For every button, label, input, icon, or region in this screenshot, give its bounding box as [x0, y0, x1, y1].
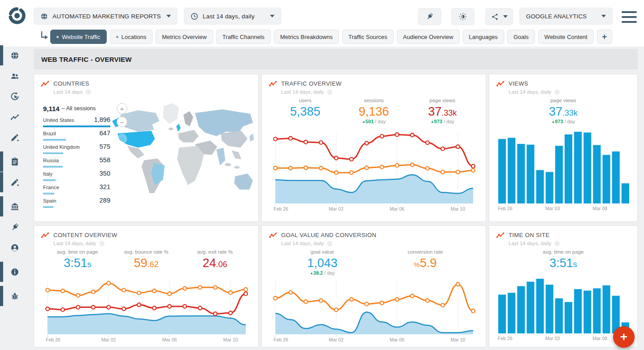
metric-avg-bounce-rate-: avg. bounce rate %59.62: [112, 249, 180, 269]
tab-languages[interactable]: Languages: [463, 30, 504, 44]
chevron-down-icon: [166, 15, 171, 17]
tab-dot-icon: [57, 36, 59, 38]
metric-value: 9,136: [339, 105, 408, 118]
country-value: 1,896: [94, 116, 110, 123]
country-name: France: [43, 185, 59, 190]
report-selector-label: AUTOMATED MARKETING REPORTS: [52, 13, 161, 20]
period-selector[interactable]: Last 14 days, daily: [184, 8, 281, 25]
sidebar-item-sessions[interactable]: [10, 92, 19, 101]
tab-metrics-overview[interactable]: Metrics Overview: [156, 30, 213, 44]
sparkline-icon: [41, 81, 49, 87]
add-tab-button[interactable]: +: [597, 30, 612, 44]
country-bar: [43, 152, 63, 154]
goal-metrics: goal value1,043▲38.2 / dayconversion rat…: [271, 249, 477, 276]
map-zoom-in-button[interactable]: +: [117, 103, 127, 114]
metric-label: sessions: [339, 98, 408, 103]
tab-website-traffic[interactable]: Website Traffic: [50, 30, 107, 44]
left-sidebar: [0, 47, 30, 350]
appearance-button[interactable]: [451, 8, 474, 25]
tab-traffic-sources[interactable]: Traffic Sources: [342, 30, 394, 44]
metric-delta: ▲973 / day: [408, 119, 477, 124]
octoboard-logo-icon: [7, 6, 27, 26]
source-selector-label: GOOGLE ANALYTICS: [526, 13, 587, 20]
svg-text:Feb 26: Feb 26: [274, 206, 288, 212]
tab-traffic-channels[interactable]: Traffic Channels: [216, 30, 271, 44]
sidebar-item-plug[interactable]: [10, 223, 19, 232]
widget-target-icon[interactable]: ◎: [327, 89, 332, 95]
period-selector-label: Last 14 days, daily: [203, 13, 255, 20]
tab-website-content[interactable]: Website Content: [538, 30, 594, 44]
country-value: 647: [100, 130, 110, 137]
metric-label: page views: [498, 98, 628, 103]
card-subtitle: Last 14 days, daily: [509, 89, 551, 95]
edit-alt-icon: [10, 178, 19, 187]
widget-target-icon[interactable]: ◎: [99, 240, 104, 246]
country-name: Russia: [43, 158, 59, 163]
tab-locations[interactable]: Locations: [110, 30, 153, 44]
subtab-arrow-icon: [39, 30, 48, 41]
sidebar-item-edit-alt[interactable]: [10, 178, 19, 187]
widget-target-icon[interactable]: ◎: [327, 240, 332, 246]
page-title: WEB TRAFFIC - OVERVIEW: [41, 56, 132, 63]
metric-label: conversion rate: [374, 249, 477, 255]
metric-label: goal value: [271, 249, 374, 255]
sidebar-item-edit[interactable]: [10, 133, 19, 142]
country-name: Brazil: [43, 131, 56, 136]
country-row: United Kingdom575: [43, 143, 110, 156]
sidebar-item-clipboard[interactable]: [10, 157, 19, 166]
app-logo[interactable]: [7, 6, 27, 26]
metric-value: 24.06: [181, 257, 249, 269]
sidebar-item-trend[interactable]: [10, 113, 19, 122]
map-zoom-out-button[interactable]: −: [117, 117, 127, 127]
add-widget-fab[interactable]: +: [613, 326, 635, 348]
world-map: [111, 98, 254, 215]
sidebar-item-bank[interactable]: [10, 202, 19, 211]
card-content-overview: CONTENT OVERVIEW Last 14 days, daily ◎ a…: [34, 225, 259, 347]
main-menu-button[interactable]: [622, 11, 637, 23]
clock-icon: [191, 13, 198, 20]
sidebar-item-info[interactable]: [10, 268, 19, 277]
tab-metrics-breakdowns[interactable]: Metrics Breakdowns: [274, 30, 339, 44]
share-button[interactable]: [485, 8, 513, 25]
views-metrics: page views37.33k▲973 / day: [498, 98, 628, 124]
country-bar: [43, 166, 63, 168]
country-bar: [43, 139, 66, 141]
country-name: United Kingdom: [43, 144, 80, 150]
metric-value: 3:51s: [498, 257, 628, 269]
edit-icon: [10, 133, 19, 142]
tab-audience-overview[interactable]: Audience Overview: [397, 30, 460, 44]
sidebar-item-users[interactable]: [10, 72, 19, 81]
sidebar-item-account[interactable]: [10, 243, 19, 252]
report-selector[interactable]: AUTOMATED MARKETING REPORTS: [34, 8, 178, 25]
sidebar-active-indicator: [0, 151, 3, 172]
integrations-button[interactable]: [418, 8, 441, 25]
widget-target-icon[interactable]: ◎: [86, 89, 91, 95]
sparkline-icon: [269, 81, 277, 87]
card-title: GOAL VALUE AND CONVERSION: [281, 232, 376, 238]
sparkline-icon: [496, 81, 505, 87]
map-home-button[interactable]: ⌂: [117, 134, 127, 144]
card-traffic-overview: TRAFFIC OVERVIEW Last 14 days, daily ◎ u…: [261, 74, 486, 222]
sparkline-icon: [496, 232, 505, 238]
content-metrics: avg. time on page3:51savg. bounce rate %…: [43, 249, 249, 269]
country-row: France321: [43, 183, 110, 196]
traffic-overview-chart: Feb 26Mar 02Mar 06Mar 10: [273, 132, 476, 212]
globe-small-icon: [40, 13, 48, 20]
svg-text:Feb 26: Feb 26: [274, 337, 288, 342]
country-name: United States: [43, 117, 74, 123]
metric-page-views: page views37.33k▲973 / day: [408, 98, 477, 124]
tab-goals[interactable]: Goals: [507, 30, 535, 44]
country-row: Russia558: [43, 156, 110, 169]
sidebar-active-indicator: [0, 196, 3, 216]
svg-text:Mar 06: Mar 06: [162, 337, 177, 342]
widget-target-icon[interactable]: ◎: [554, 240, 559, 246]
sidebar-item-bug[interactable]: [10, 292, 19, 301]
svg-text:Mar 08: Mar 08: [592, 336, 607, 341]
source-selector[interactable]: GOOGLE ANALYTICS: [519, 8, 613, 25]
sparkline-icon: [269, 232, 277, 238]
metric-avg-time-on-page: avg. time on page3:51s: [498, 249, 628, 269]
widget-target-icon[interactable]: ◎: [554, 89, 559, 95]
sidebar-active-indicator: [0, 286, 3, 306]
sidebar-item-globe[interactable]: [10, 51, 19, 60]
card-title: CONTENT OVERVIEW: [53, 232, 117, 238]
